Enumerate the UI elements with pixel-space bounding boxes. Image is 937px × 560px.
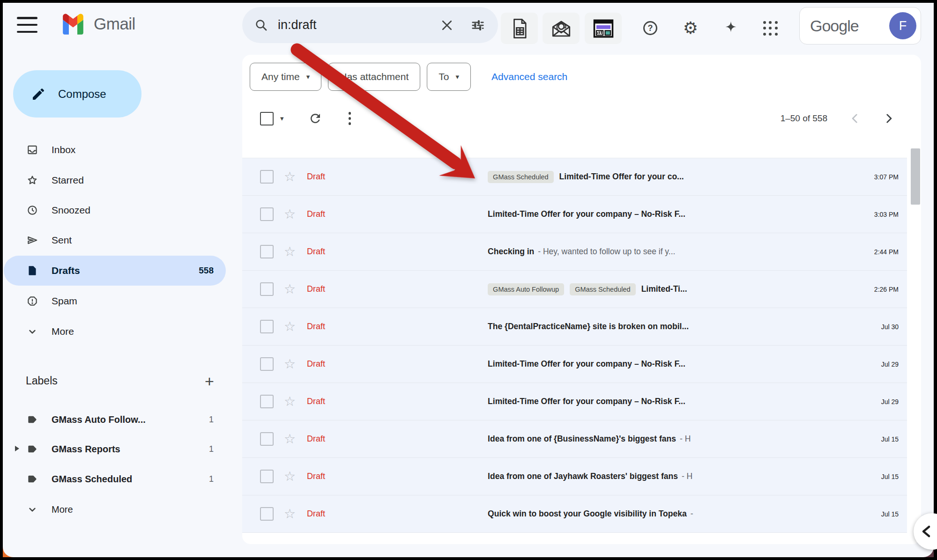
label-name: GMass Scheduled — [52, 474, 132, 485]
gmail-window: Gmail ? ⚙ Google F Compose InboxStarredS… — [0, 0, 937, 560]
advanced-search-link[interactable]: Advanced search — [491, 71, 567, 82]
star-icon[interactable]: ☆ — [284, 170, 296, 184]
sparkle-icon — [723, 20, 739, 36]
gemini-button[interactable] — [721, 18, 741, 38]
sidebar-item-inbox[interactable]: Inbox — [4, 135, 226, 165]
row-checkbox[interactable] — [260, 245, 274, 258]
older-page-button[interactable] — [883, 112, 895, 125]
compose-button[interactable]: Compose — [13, 70, 141, 118]
email-row[interactable]: ☆DraftThe {DentalPracticeName} site is b… — [242, 308, 907, 346]
search-options-icon[interactable] — [471, 18, 485, 32]
row-subject: Quick win to boost your Google visibilit… — [488, 509, 687, 519]
star-icon[interactable]: ☆ — [284, 208, 296, 221]
star-icon[interactable]: ☆ — [284, 320, 296, 333]
email-row[interactable]: ☆DraftIdea from one of {BusinessName}'s … — [242, 420, 907, 458]
create-label-button[interactable]: + — [199, 371, 220, 391]
label-badge[interactable]: GMass Auto Followup — [488, 283, 564, 295]
star-icon[interactable]: ☆ — [284, 283, 296, 296]
star-icon[interactable]: ☆ — [284, 508, 296, 521]
email-row[interactable]: ☆DraftGMass Auto FollowupGMass Scheduled… — [242, 271, 907, 308]
sidebar-label-gmass-reports[interactable]: GMass Reports1 — [4, 435, 226, 463]
main-menu-icon[interactable] — [17, 17, 37, 33]
row-sender: Draft — [307, 209, 488, 219]
send-icon — [26, 234, 38, 246]
search-bar[interactable] — [242, 7, 498, 43]
extension-gmass-button[interactable] — [585, 13, 622, 44]
select-dropdown-icon[interactable]: ▾ — [280, 114, 284, 123]
pagination: 1–50 of 558 — [781, 112, 895, 125]
chevron-down-icon: ▾ — [306, 73, 310, 81]
email-row[interactable]: ☆DraftIdea from one of Jayhawk Roasters'… — [242, 458, 907, 495]
sidebar-item-spam[interactable]: Spam — [4, 286, 226, 316]
expand-caret-icon[interactable] — [15, 445, 22, 453]
newer-page-button[interactable] — [849, 112, 861, 125]
search-icon[interactable] — [254, 18, 268, 32]
nav-icon-wrap — [26, 325, 38, 338]
email-row[interactable]: ☆DraftLimited-Time Offer for your compan… — [242, 383, 907, 420]
star-icon[interactable]: ☆ — [284, 358, 296, 371]
clock-icon — [26, 204, 38, 216]
apps-grid-icon — [763, 21, 778, 36]
email-row[interactable]: ☆DraftChecking in- Hey, wanted to follow… — [242, 233, 907, 271]
select-all-checkbox[interactable] — [260, 112, 274, 125]
email-row[interactable]: ☆DraftQuick win to boost your Google vis… — [242, 495, 907, 533]
search-filter-chips: Any time▾Has attachmentTo▾Advanced searc… — [250, 63, 567, 91]
sidebar-item-starred[interactable]: Starred — [4, 165, 226, 195]
row-checkbox[interactable] — [260, 432, 274, 446]
row-checkbox[interactable] — [260, 207, 274, 221]
star-icon[interactable]: ☆ — [284, 470, 296, 483]
row-time: 2:44 PM — [838, 248, 907, 256]
sidebar-item-label: Snoozed — [52, 205, 90, 216]
label-icon-wrap — [26, 413, 38, 426]
sidebar-item-snoozed[interactable]: Snoozed — [4, 195, 226, 225]
row-checkbox[interactable] — [260, 320, 274, 333]
star-icon[interactable]: ☆ — [284, 245, 296, 258]
list-scrollbar[interactable] — [911, 148, 920, 205]
refresh-button[interactable] — [308, 111, 322, 125]
avatar[interactable]: F — [889, 12, 916, 39]
sidebar-label-gmass-scheduled[interactable]: GMass Scheduled1 — [4, 465, 226, 493]
label-badge[interactable]: GMass Scheduled — [570, 283, 635, 295]
chip-label: To — [439, 71, 449, 82]
email-row[interactable]: ☆DraftLimited-Time Offer for your compan… — [242, 196, 907, 233]
extension-mailmerge-button[interactable] — [543, 13, 580, 44]
row-checkbox[interactable] — [260, 282, 274, 296]
email-list: ☆DraftGMass ScheduledLimited-Time Offer … — [242, 158, 907, 533]
sidebar-item-more[interactable]: More — [4, 317, 226, 346]
row-subject-area: Checking in- Hey, wanted to follow up to… — [488, 247, 838, 257]
email-row[interactable]: ☆DraftGMass ScheduledLimited-Time Offer … — [242, 158, 907, 196]
apps-button[interactable] — [760, 18, 781, 38]
tag-icon — [26, 443, 38, 455]
help-button[interactable]: ? — [640, 18, 661, 38]
sidebar-label-more[interactable]: More — [4, 496, 226, 523]
google-account-card[interactable]: Google F — [799, 7, 921, 44]
row-checkbox[interactable] — [260, 470, 274, 483]
star-icon[interactable]: ☆ — [284, 433, 296, 446]
star-icon[interactable]: ☆ — [284, 395, 296, 408]
extension-docs-button[interactable] — [501, 13, 538, 44]
sidebar-item-sent[interactable]: Sent — [4, 225, 226, 255]
search-input[interactable] — [277, 17, 396, 33]
mail-list-panel: Any time▾Has attachmentTo▾Advanced searc… — [242, 55, 921, 544]
row-subject: Idea from one of {BusinessName}'s bigges… — [488, 434, 676, 444]
row-checkbox[interactable] — [260, 507, 274, 521]
sidebar-item-drafts[interactable]: Drafts558 — [4, 256, 226, 286]
sidebar-label-gmass-auto-follow-[interactable]: GMass Auto Follow...1 — [4, 406, 226, 433]
filter-chip-any-time[interactable]: Any time▾ — [250, 63, 321, 91]
label-icon-wrap — [26, 473, 38, 485]
settings-button[interactable]: ⚙ — [680, 18, 701, 38]
clear-search-icon[interactable] — [440, 18, 454, 32]
filter-chip-to[interactable]: To▾ — [427, 63, 471, 91]
email-row[interactable]: ☆DraftLimited-Time Offer for your compan… — [242, 346, 907, 383]
pagination-range: 1–50 of 558 — [781, 113, 827, 124]
row-snippet: - Hey, wanted to follow up to see if y..… — [538, 247, 675, 257]
label-icon-wrap — [26, 443, 38, 455]
row-checkbox[interactable] — [260, 395, 274, 408]
label-badge[interactable]: GMass Scheduled — [488, 171, 553, 183]
more-options-icon[interactable] — [349, 112, 351, 125]
filter-chip-has-attachment[interactable]: Has attachment — [328, 63, 420, 91]
row-checkbox[interactable] — [260, 357, 274, 371]
row-checkbox[interactable] — [260, 170, 274, 184]
gear-icon: ⚙ — [683, 20, 698, 37]
nav-icon-wrap — [26, 265, 38, 277]
